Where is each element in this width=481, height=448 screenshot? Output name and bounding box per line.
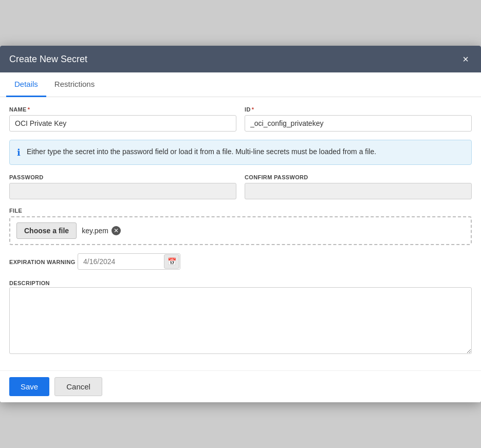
name-input[interactable] bbox=[9, 115, 236, 132]
password-label: PASSWORD bbox=[9, 174, 236, 180]
description-textarea[interactable] bbox=[9, 287, 472, 354]
name-required-star: * bbox=[28, 106, 30, 113]
info-icon: ℹ bbox=[17, 147, 21, 158]
expiration-group: EXPIRATION WARNING 📅 bbox=[9, 253, 472, 270]
description-label: DESCRIPTION bbox=[9, 280, 50, 286]
calendar-icon-button[interactable]: 📅 bbox=[164, 254, 179, 269]
save-button[interactable]: Save bbox=[9, 377, 49, 396]
name-id-row: NAME* ID* bbox=[9, 106, 472, 132]
choose-file-button[interactable]: Choose a file bbox=[16, 222, 77, 239]
cancel-button[interactable]: Cancel bbox=[54, 377, 102, 396]
id-label: ID* bbox=[245, 106, 472, 113]
id-input[interactable] bbox=[245, 115, 472, 132]
name-label: NAME* bbox=[9, 106, 236, 113]
dialog-body: NAME* ID* ℹ Either type the secret into … bbox=[0, 97, 481, 370]
info-banner: ℹ Either type the secret into the passwo… bbox=[9, 140, 472, 165]
create-secret-dialog: Create New Secret × Details Restrictions… bbox=[0, 46, 481, 402]
expiration-label: EXPIRATION WARNING bbox=[9, 259, 76, 265]
confirm-password-label: CONFIRM PASSWORD bbox=[245, 174, 472, 180]
calendar-icon: 📅 bbox=[168, 257, 176, 266]
name-group: NAME* bbox=[9, 106, 236, 132]
id-required-star: * bbox=[252, 106, 254, 113]
password-input[interactable] bbox=[9, 183, 236, 199]
dialog-footer: Save Cancel bbox=[0, 370, 481, 402]
file-name: key.pem bbox=[82, 227, 108, 235]
dialog-title: Create New Secret bbox=[9, 54, 87, 65]
tab-restrictions[interactable]: Restrictions bbox=[46, 72, 103, 97]
description-group: DESCRIPTION bbox=[9, 278, 472, 356]
tab-bar: Details Restrictions bbox=[0, 72, 481, 97]
id-group: ID* bbox=[245, 106, 472, 132]
confirm-password-group: CONFIRM PASSWORD bbox=[245, 174, 472, 199]
close-button[interactable]: × bbox=[459, 53, 472, 65]
confirm-password-input[interactable] bbox=[245, 183, 472, 199]
file-remove-button[interactable]: ✕ bbox=[112, 226, 121, 235]
info-text: Either type the secret into the password… bbox=[27, 146, 376, 157]
file-label: FILE bbox=[9, 208, 472, 214]
date-input-wrap: 📅 bbox=[78, 253, 180, 270]
password-group: PASSWORD bbox=[9, 174, 236, 199]
file-tag: key.pem ✕ bbox=[82, 226, 121, 235]
password-row: PASSWORD CONFIRM PASSWORD bbox=[9, 174, 472, 199]
file-section: FILE Choose a file key.pem ✕ bbox=[9, 208, 472, 245]
tab-details[interactable]: Details bbox=[6, 72, 46, 97]
file-input-area: Choose a file key.pem ✕ bbox=[9, 216, 472, 245]
dialog-header: Create New Secret × bbox=[0, 46, 481, 72]
